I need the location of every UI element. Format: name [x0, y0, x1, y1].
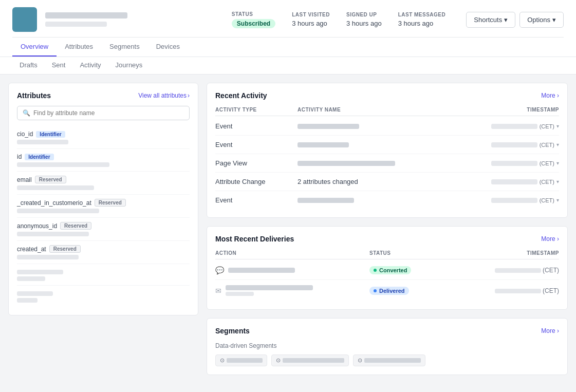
primary-nav: Overview Attributes Segments Devices	[12, 37, 564, 57]
last-messaged-value: 3 hours ago	[398, 20, 446, 27]
name-placeholder	[298, 161, 395, 166]
user-info	[45, 12, 224, 27]
activity-name	[298, 161, 456, 166]
col-header-name: ACTIVITY NAME	[298, 107, 456, 113]
attr-value-placeholder	[17, 232, 89, 236]
col-header-ts: TIMESTAMP	[456, 107, 559, 113]
ts-placeholder	[491, 142, 537, 147]
status-badge: Subscribed	[232, 19, 275, 28]
attr-badge-reserved: Reserved	[49, 245, 81, 253]
signed-up-meta: SIGNED UP 3 hours ago	[346, 12, 382, 27]
recent-activity-more-link[interactable]: More ›	[541, 92, 559, 99]
segment-icon: ⊙	[358, 357, 362, 364]
attr-item-cio-id: cio_id Identifier	[17, 126, 190, 149]
segment-icon: ⊙	[276, 357, 281, 364]
segment-chip[interactable]: ⊙	[353, 354, 425, 366]
user-name-placeholder	[45, 12, 127, 18]
name-placeholder	[298, 124, 359, 129]
segments-more-link[interactable]: More ›	[541, 327, 559, 334]
signed-up-value: 3 hours ago	[346, 20, 382, 27]
attr-value-placeholder	[17, 162, 109, 167]
user-sub-placeholder	[45, 22, 107, 27]
segment-chip[interactable]: ⊙	[271, 354, 349, 366]
tab-segments[interactable]: Segments	[101, 38, 148, 57]
deliveries-more-link[interactable]: More ›	[541, 235, 559, 242]
deliveries-header: Most Recent Deliveries More ›	[215, 235, 559, 243]
chevron-down-icon: ▾	[556, 160, 559, 166]
delivery-action: 💬	[215, 266, 369, 274]
attr-name: cio_id	[17, 130, 33, 138]
action-placeholder	[226, 285, 313, 290]
col-header-action: ACTION	[215, 250, 369, 256]
tab-journeys[interactable]: Journeys	[108, 57, 150, 74]
attr-item-extra2	[17, 286, 190, 307]
attr-badge-identifier: Identifier	[25, 154, 53, 160]
attr-item-created-in-cio: _created_in_customerio_at Reserved	[17, 195, 190, 218]
activity-name: 2 attributes changed	[298, 178, 456, 185]
blue-dot	[374, 289, 377, 292]
attr-name: email	[17, 176, 32, 183]
last-visited-meta: LAST VISITED 3 hours ago	[292, 12, 330, 27]
attr-badge-reserved: Reserved	[60, 222, 91, 230]
delivery-status: Delivered	[369, 286, 452, 295]
attribute-search-box[interactable]: 🔍	[17, 106, 190, 120]
ts-placeholder	[495, 268, 541, 273]
attr-name: id	[17, 153, 22, 160]
view-all-attributes-link[interactable]: View all attributes ›	[138, 92, 190, 99]
email-icon: ✉	[215, 287, 221, 295]
attr-badge-identifier: Identifier	[36, 131, 65, 138]
segment-chip[interactable]: ⊙	[215, 354, 267, 366]
activity-row: Event (CET) ▾	[215, 117, 559, 136]
attr-item-created-at: created_at Reserved	[17, 241, 190, 264]
attribute-search-input[interactable]	[33, 109, 184, 117]
tab-drafts[interactable]: Drafts	[12, 57, 45, 74]
activity-table-header: ACTIVITY TYPE ACTIVITY NAME TIMESTAMP	[215, 107, 559, 116]
content-area: Attributes View all attributes › 🔍 cio_i…	[0, 74, 576, 383]
search-icon: 🔍	[23, 109, 30, 117]
user-avatar	[12, 7, 37, 32]
activity-row: Attribute Change 2 attributes changed (C…	[215, 173, 559, 191]
delivery-row: ✉ Delivered (CET)	[215, 280, 559, 301]
attr-item-id: id Identifier	[17, 149, 190, 172]
options-button[interactable]: Options ▾	[519, 12, 564, 28]
tab-overview[interactable]: Overview	[12, 38, 57, 57]
activity-row: Page View (CET) ▾	[215, 154, 559, 173]
delivery-row: 💬 Converted (CET)	[215, 260, 559, 280]
activity-name	[298, 142, 456, 147]
attr-name-placeholder	[17, 291, 53, 296]
data-driven-label: Data-driven Segments	[215, 342, 559, 349]
tab-attributes[interactable]: Attributes	[57, 38, 101, 57]
tab-activity[interactable]: Activity	[72, 57, 108, 74]
chevron-down-icon: ▾	[556, 179, 559, 184]
attr-badge-reserved: Reserved	[35, 176, 66, 183]
attributes-panel-header: Attributes View all attributes ›	[17, 91, 190, 100]
delivery-ts: (CET)	[452, 267, 559, 274]
tab-devices[interactable]: Devices	[148, 38, 188, 57]
attr-item-extra1	[17, 264, 190, 286]
attr-value-placeholder	[17, 298, 38, 303]
header-actions: Shortcuts ▾ Options ▾	[466, 12, 564, 28]
chip-placeholder	[227, 358, 263, 363]
activity-name	[298, 124, 456, 129]
attr-value-placeholder	[17, 276, 45, 281]
action-sub-placeholder	[226, 292, 254, 296]
ts-placeholder	[495, 289, 541, 293]
status-delivered-badge: Delivered	[369, 287, 409, 295]
attr-name: anonymous_id	[17, 222, 57, 230]
recent-activity-header: Recent Activity More ›	[215, 91, 559, 100]
chevron-down-icon: ▾	[556, 142, 559, 147]
green-dot	[374, 269, 377, 272]
activity-row: Event (CET) ▾	[215, 136, 559, 154]
segment-chips: ⊙ ⊙ ⊙	[215, 354, 559, 366]
last-visited-label: LAST VISITED	[292, 12, 330, 17]
shortcuts-button[interactable]: Shortcuts ▾	[466, 12, 515, 28]
attr-value-placeholder	[17, 140, 68, 144]
col-header-status: STATUS	[369, 250, 452, 256]
tab-sent[interactable]: Sent	[45, 57, 73, 74]
activity-ts: (CET) ▾	[456, 179, 559, 185]
recent-activity-title: Recent Activity	[215, 91, 267, 100]
last-visited-value: 3 hours ago	[292, 20, 330, 27]
ts-placeholder	[491, 179, 537, 184]
name-placeholder	[298, 198, 354, 203]
secondary-nav: Drafts Sent Activity Journeys	[0, 57, 576, 74]
